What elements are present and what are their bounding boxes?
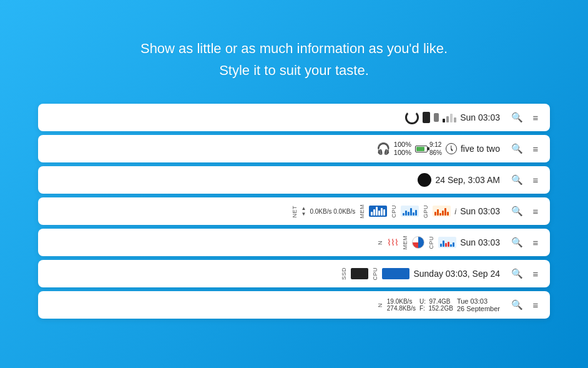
bar5-actions: 🔍 ≡ (509, 234, 544, 251)
search-button[interactable]: 🔍 (509, 109, 525, 126)
menu-button[interactable]: ≡ (527, 203, 544, 219)
clock-icon (446, 143, 457, 154)
menu-button[interactable]: ≡ (527, 297, 544, 313)
bar5-content: N ⌇⌇⌇ MEM CPU Sun 03:03 (377, 236, 500, 250)
disk-f-label: F: 152.2GB (419, 305, 453, 312)
bar-1: Sun 03:03 🔍 ≡ (38, 104, 550, 131)
search-button[interactable]: 🔍 (509, 297, 525, 313)
net-label: NET (292, 206, 298, 218)
menu-button[interactable]: ≡ (527, 266, 544, 282)
search-button[interactable]: 🔍 (509, 266, 525, 282)
search-button[interactable]: 🔍 (509, 172, 525, 188)
bar4-time: Sun 03:03 (460, 206, 500, 216)
wave-icon: ⌇⌇⌇ (387, 237, 398, 247)
disk-u-val: 97.4GB (429, 298, 451, 305)
bar2-actions: 🔍 ≡ (509, 141, 544, 157)
net-label3: N (377, 303, 383, 307)
bar3-date: 24 Sep, 3:03 AM (435, 175, 500, 185)
bar4-content: NET ▲ ▼ 0.0KB/s 0.0KB/s MEM CPU (292, 204, 501, 219)
tagline-line1: Show as little or as much information as… (140, 37, 448, 59)
net-up: 19.0KB/s (387, 298, 416, 305)
ssd-label: SSD (341, 267, 347, 280)
ssd-chart (351, 268, 368, 279)
battery-stack: 9:12 86% (429, 141, 442, 157)
bar-4: NET ▲ ▼ 0.0KB/s 0.0KB/s MEM CPU (38, 197, 550, 225)
gpu-chart (433, 206, 451, 217)
tagline: Show as little or as much information as… (140, 37, 448, 81)
mem-chart (369, 206, 387, 217)
speed-up: 0.0KB/s (310, 208, 331, 215)
bar4-actions: 🔍 ≡ (509, 203, 544, 219)
speed-down: 0.0KB/s (333, 208, 355, 215)
bar1-actions: 🔍 ≡ (509, 109, 544, 126)
menu-button[interactable]: ≡ (527, 234, 544, 251)
five-to-two-text: five to two (461, 144, 500, 154)
cpu-chart2 (438, 237, 456, 248)
mini-bars-icon (443, 112, 456, 122)
mem-label2: MEM (402, 236, 408, 250)
battery-fill (416, 147, 425, 151)
bar7-actions: 🔍 ≡ (509, 297, 544, 313)
date-info: Tue 03:03 26 September (457, 297, 500, 312)
rect-icon-small (434, 113, 439, 122)
search-button[interactable]: 🔍 (509, 203, 525, 219)
bar3-content: 24 Sep, 3:03 AM (418, 173, 500, 187)
headphone-icon: 🎧 (376, 142, 390, 156)
speed-stack: 0.0KB/s 0.0KB/s (310, 207, 355, 216)
moon-icon (418, 173, 431, 187)
net-speeds: 19.0KB/s 274.8KB/s (387, 298, 416, 312)
menu-button[interactable]: ≡ (527, 172, 544, 188)
tagline-line2: Style it to suit your taste. (140, 59, 448, 81)
battery-bot: 86% (429, 149, 442, 157)
bar-2: 🎧 100% 100% 9:12 86% five to two 🔍 ≡ (38, 135, 550, 162)
bar-5: N ⌇⌇⌇ MEM CPU Sun 03:03 🔍 ≡ (38, 229, 550, 256)
info-icon: i (454, 207, 456, 216)
bar7-content: N 19.0KB/s 274.8KB/s U: 97.4GB F: 152.2G… (377, 297, 500, 312)
battery-top: 9:12 (429, 141, 442, 149)
bar1-time: Sun 03:03 (460, 112, 500, 122)
net-label2: N (377, 241, 383, 245)
bar-3: 24 Sep, 3:03 AM 🔍 ≡ (38, 166, 550, 194)
bar6-time: Sunday 03:03, Sep 24 (413, 269, 500, 279)
pie-chart (412, 236, 424, 249)
bars-container: Sun 03:03 🔍 ≡ 🎧 100% 100% 9:12 86% (38, 104, 550, 319)
disk-f-val: 152.2GB (428, 305, 453, 312)
battery-icon (415, 146, 428, 152)
net-down: 274.8KB/s (387, 305, 416, 312)
spinner-icon (405, 111, 419, 124)
bar6-content: SSD CPU Sunday 03:03, Sep 24 (341, 267, 500, 281)
bar6-actions: 🔍 ≡ (509, 266, 544, 282)
disk-u-label: U: 97.4GB (419, 298, 453, 305)
bar1-content: Sun 03:03 (405, 111, 500, 124)
disk-info: U: 97.4GB F: 152.2GB (419, 298, 453, 312)
bar2-content: 🎧 100% 100% 9:12 86% five to two (376, 141, 500, 157)
pct1: 100% (394, 141, 411, 149)
bar-7: N 19.0KB/s 274.8KB/s U: 97.4GB F: 152.2G… (38, 291, 550, 319)
cpu-label2: CPU (428, 236, 434, 249)
cpu-label: CPU (391, 205, 397, 218)
gpu-label: GPU (423, 205, 429, 218)
mem-label: MEM (359, 204, 365, 219)
date1: Tue 03:03 (457, 297, 500, 305)
date2: 26 September (457, 305, 500, 312)
menu-button[interactable]: ≡ (527, 141, 544, 157)
bar-6: SSD CPU Sunday 03:03, Sep 24 🔍 ≡ (38, 260, 550, 287)
cpu-chart (401, 206, 419, 217)
cpu-chart3 (382, 268, 409, 279)
search-button[interactable]: 🔍 (509, 234, 525, 251)
search-button[interactable]: 🔍 (509, 141, 525, 157)
bar3-actions: 🔍 ≡ (509, 172, 544, 188)
pct-stack: 100% 100% (394, 141, 411, 157)
menu-button[interactable]: ≡ (527, 109, 544, 126)
net-arrows: ▲ ▼ (301, 206, 306, 217)
battery-area: 9:12 86% (415, 141, 442, 157)
bar5-time: Sun 03:03 (460, 237, 500, 247)
pct2: 100% (394, 149, 411, 157)
cpu-label3: CPU (372, 267, 378, 281)
rect-icon (423, 112, 430, 123)
